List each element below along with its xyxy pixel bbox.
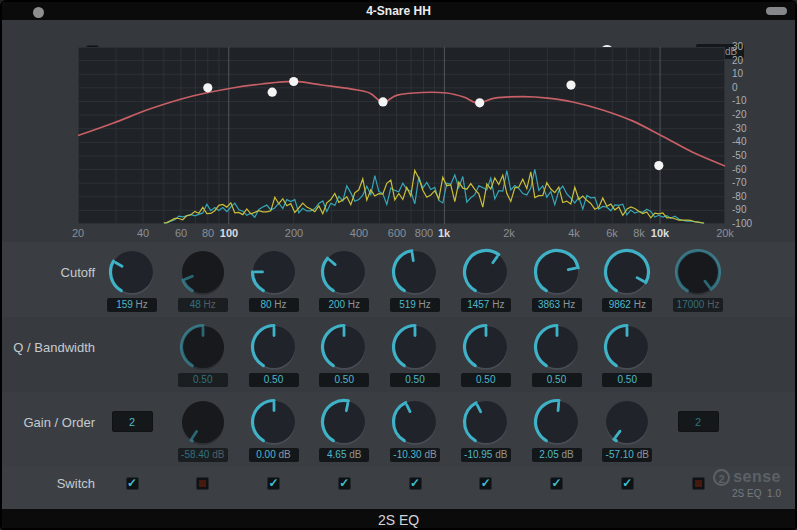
check-icon: ✓ [127, 478, 138, 489]
q-value-2[interactable]: 0.50 [178, 373, 228, 387]
cutoff-value-4[interactable]: 200 Hz [319, 298, 369, 312]
gain-knob-8[interactable] [602, 397, 652, 447]
gain-value-3[interactable]: 0.00 dB [249, 448, 299, 462]
check-icon: ✓ [622, 478, 633, 489]
x-tick-label: 4k [554, 227, 594, 239]
y-tick-label: -60 [732, 165, 772, 175]
gain-knob-4[interactable] [319, 397, 369, 447]
plugin-name: 2S EQ [2, 509, 795, 530]
cutoff-knob-9[interactable] [673, 247, 723, 297]
q-knob-2[interactable] [178, 322, 228, 372]
switch-row-label: Switch [2, 477, 95, 491]
cutoff-knob-2[interactable] [178, 247, 228, 297]
band-switch-2[interactable] [196, 477, 209, 490]
y-tick-label: -30 [732, 124, 772, 134]
y-tick-label: 10 [732, 69, 772, 79]
band-handle-1[interactable] [268, 88, 277, 97]
band-handle-5[interactable] [475, 98, 484, 107]
band-switch-5[interactable]: ✓ [409, 477, 422, 490]
cutoff-knob-4[interactable] [319, 247, 369, 297]
cutoff-value-1[interactable]: 159 Hz [107, 298, 157, 312]
q-value-7[interactable]: 0.50 [532, 373, 582, 387]
gain-knob-7[interactable] [532, 397, 582, 447]
band-handle-7[interactable] [654, 161, 663, 170]
band-switch-3[interactable]: ✓ [267, 477, 280, 490]
cutoff-knob-5[interactable] [390, 247, 440, 297]
x-tick-label: 20 [58, 227, 98, 239]
q-knob-5[interactable] [390, 322, 440, 372]
x-tick-label: 40 [123, 227, 163, 239]
q-value-6[interactable]: 0.50 [461, 373, 511, 387]
check-icon: ✓ [268, 478, 279, 489]
band-handle-2[interactable] [203, 83, 212, 92]
q-value-3[interactable]: 0.50 [249, 373, 299, 387]
band-switch-8[interactable]: ✓ [621, 477, 634, 490]
eq-response-graph[interactable] [78, 47, 725, 228]
footer-bar: 2S EQ [2, 509, 795, 528]
gain-knob-6[interactable] [461, 397, 511, 447]
cutoff-value-6[interactable]: 1457 Hz [461, 298, 511, 312]
band-handle-3[interactable] [289, 77, 298, 86]
q-value-5[interactable]: 0.50 [390, 373, 440, 387]
cutoff-knob-1[interactable] [107, 247, 157, 297]
gain-knob-3[interactable] [249, 397, 299, 447]
cutoff-value-3[interactable]: 80 Hz [249, 298, 299, 312]
gain-value-5[interactable]: -10.30 dB [390, 448, 440, 462]
y-tick-label: -90 [732, 205, 772, 215]
order-value-9[interactable]: 2 [678, 411, 719, 432]
y-tick-label: -80 [732, 192, 772, 202]
window-widget-pill[interactable] [766, 7, 787, 15]
knob-arc [614, 439, 616, 441]
order-value-1[interactable]: 2 [112, 411, 153, 432]
check-icon: ✓ [410, 478, 421, 489]
band-handle-6[interactable] [566, 81, 575, 90]
cutoff-value-5[interactable]: 519 Hz [390, 298, 440, 312]
q-value-4[interactable]: 0.50 [319, 373, 369, 387]
band-switch-6[interactable]: ✓ [479, 477, 492, 490]
x-tick-label: 100 [209, 227, 249, 239]
cutoff-value-8[interactable]: 9862 Hz [602, 298, 652, 312]
title-bar: 4-Snare HH [2, 2, 795, 20]
gain-value-6[interactable]: -10.95 dB [461, 448, 511, 462]
cutoff-value-2[interactable]: 48 Hz [178, 298, 228, 312]
cutoff-value-7[interactable]: 3863 Hz [532, 298, 582, 312]
cutoff-knob-7[interactable] [532, 247, 582, 297]
knob-pointer [347, 403, 349, 410]
brand-logo-icon: 2 [713, 469, 730, 486]
x-tick-label: 400 [339, 227, 379, 239]
gain-value-2[interactable]: -58.40 dB [178, 448, 228, 462]
gain-value-4[interactable]: 4.65 dB [319, 448, 369, 462]
x-tick-label: 2k [489, 227, 529, 239]
cutoff-knob-6[interactable] [461, 247, 511, 297]
q-knob-3[interactable] [249, 322, 299, 372]
gain-value-7[interactable]: 2.05 dB [532, 448, 582, 462]
x-tick-label: 20k [705, 227, 745, 239]
q-knob-8[interactable] [602, 322, 652, 372]
brand-product: 2S EQ [732, 488, 761, 499]
check-icon: ✓ [480, 478, 491, 489]
brand-version: 1.0 [767, 488, 781, 499]
q-knob-6[interactable] [461, 322, 511, 372]
gain-knob-5[interactable] [390, 397, 440, 447]
y-tick-label: 0 [732, 83, 772, 93]
gain-value-8[interactable]: -57.10 dB [602, 448, 652, 462]
brand-logo-text: sense [733, 468, 781, 486]
window-title: 4-Snare HH [2, 2, 795, 20]
band-handle-4[interactable] [378, 97, 387, 106]
check-icon: ✓ [339, 478, 350, 489]
cutoff-value-9[interactable]: 17000 Hz [673, 298, 723, 312]
band-switch-7[interactable]: ✓ [550, 477, 563, 490]
q-knob-4[interactable] [319, 322, 369, 372]
gain-knob-2[interactable] [178, 397, 228, 447]
band-switch-4[interactable]: ✓ [338, 477, 351, 490]
knob-pointer [568, 268, 575, 269]
q-value-8[interactable]: 0.50 [602, 373, 652, 387]
band-switch-1[interactable]: ✓ [126, 477, 139, 490]
y-tick-label: 30 [732, 42, 772, 52]
y-tick-label: -70 [732, 178, 772, 188]
plugin-window: 4-Snare HH ✓ Show Spectrum Output Gain 0… [0, 0, 797, 530]
cutoff-knob-3[interactable] [249, 247, 299, 297]
q-knob-7[interactable] [532, 322, 582, 372]
q-row-label: Q / Bandwidth [2, 341, 95, 355]
cutoff-knob-8[interactable] [602, 247, 652, 297]
